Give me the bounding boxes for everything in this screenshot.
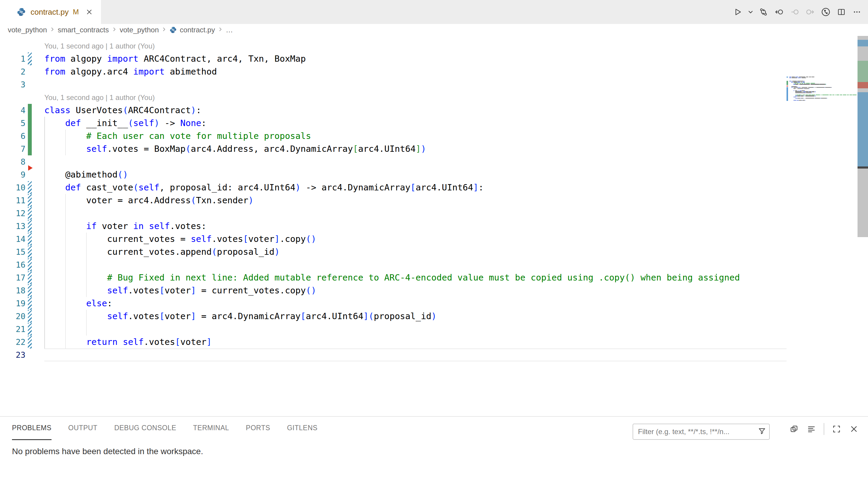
tab-gitlens[interactable]: GITLENS [287,417,317,440]
code-line[interactable]: @abimethod() [44,168,128,181]
code-line[interactable]: def __init__(self) -> None: [44,117,206,130]
line-number[interactable]: 19 [0,297,26,310]
line-number[interactable]: 1 [0,53,26,65]
code-row[interactable]: 12 [0,207,786,220]
minimap[interactable] [786,75,858,201]
code-row[interactable]: 1from algopy import ARC4Contract, arc4, … [0,53,786,65]
code-token: ) [191,105,196,115]
code-row[interactable]: 23 [0,349,786,361]
indent-guide [86,323,87,336]
split-editor-icon[interactable] [834,5,848,19]
code-row[interactable]: 13 if voter in self.votes: [0,220,786,233]
code-row[interactable]: 9 @abimethod() [0,168,786,181]
code-line[interactable]: # Each user can vote for multiple propos… [44,130,311,142]
more-actions-icon[interactable] [850,5,864,19]
next-change-icon[interactable] [803,5,817,19]
code-row[interactable]: 18 self.votes[voter] = current_votes.cop… [0,284,786,297]
line-number[interactable]: 18 [0,284,26,297]
line-number[interactable]: 21 [0,323,26,336]
line-number[interactable]: 14 [0,233,26,246]
breadcrumb-item-folder[interactable]: vote_python [8,26,47,34]
line-number[interactable]: 3 [0,78,26,91]
blame-annotation: You, 1 second ago | 1 author (You) [44,91,155,104]
breadcrumb-item-folder[interactable]: vote_python [120,26,159,34]
maximize-panel-icon[interactable] [830,422,843,436]
problems-filter-input[interactable] [638,427,758,436]
code-line[interactable]: else: [44,297,112,310]
code-row[interactable]: 20 self.votes[voter] = arc4.DynamicArray… [0,310,786,323]
line-number[interactable]: 5 [0,117,26,130]
filter-funnel-icon[interactable] [758,427,766,437]
code-row[interactable]: 8 [0,155,786,168]
previous-change-disabled-icon[interactable] [788,5,802,19]
indent-guide [65,233,66,246]
code-line[interactable]: from algopy.arc4 import abimethod [44,65,217,78]
line-number[interactable]: 23 [0,349,26,361]
line-number[interactable]: 8 [0,155,26,168]
code-row[interactable]: 5 def __init__(self) -> None: [0,117,786,130]
previous-change-icon[interactable] [772,5,786,19]
code-line[interactable]: def cast_vote(self, proposal_id: arc4.UI… [44,181,484,194]
line-number[interactable]: 12 [0,207,26,220]
code-line[interactable]: class UserVotes(ARC4Contract): [44,104,201,117]
code-row[interactable]: 2from algopy.arc4 import abimethod [0,65,786,78]
code-line[interactable]: from algopy import ARC4Contract, arc4, T… [44,53,306,65]
code-row[interactable]: 17 # Bug Fixed in next line: Added mutab… [0,271,786,284]
line-number[interactable]: 15 [0,246,26,258]
tab-ports[interactable]: PORTS [246,417,270,440]
tab-debug-console[interactable]: DEBUG CONSOLE [114,417,176,440]
close-panel-icon[interactable] [847,422,861,436]
tab-contract-py[interactable]: contract.py M [0,0,101,24]
code-row[interactable]: 19 else: [0,297,786,310]
tab-output[interactable]: OUTPUT [68,417,98,440]
code-row[interactable]: 14 current_votes = self.votes[voter].cop… [0,233,786,246]
git-compare-changes-icon[interactable] [756,5,770,19]
line-number[interactable]: 11 [0,194,26,207]
line-number[interactable]: 9 [0,168,26,181]
code-editor[interactable]: You, 1 second ago | 1 author (You)1from … [0,36,868,416]
code-line[interactable]: return self.votes[voter] [44,336,212,349]
code-row[interactable]: 15 current_votes.append(proposal_id) [0,246,786,258]
line-number[interactable]: 17 [0,271,26,284]
line-number[interactable]: 4 [0,104,26,117]
code-row[interactable]: 4class UserVotes(ARC4Contract): [0,104,786,117]
code-line[interactable]: self.votes = BoxMap(arc4.Address, arc4.D… [44,142,426,155]
run-options-chevron-down-icon[interactable] [746,5,755,19]
commit-graph-icon[interactable] [819,5,833,19]
code-token: None [180,118,201,128]
line-number[interactable]: 13 [0,220,26,233]
run-python-file-icon[interactable] [731,5,745,19]
line-number[interactable]: 10 [0,181,26,194]
code-row[interactable]: 22 return self.votes[voter] [0,336,786,349]
code-row[interactable]: 6 # Each user can vote for multiple prop… [0,130,786,142]
code-line[interactable]: if voter in self.votes: [44,220,206,233]
breadcrumb-item-file[interactable]: contract.py [180,26,215,34]
vertical-scrollbar[interactable] [858,36,868,416]
code-row[interactable]: 11 voter = arc4.Address(Txn.sender) [0,194,786,207]
line-number[interactable]: 6 [0,130,26,142]
code-line[interactable]: self.votes[voter] = arc4.DynamicArray[ar… [44,310,437,323]
close-tab-icon[interactable] [84,7,94,17]
code-line[interactable]: voter = arc4.Address(Txn.sender) [44,194,253,207]
line-number[interactable]: 20 [0,310,26,323]
line-number[interactable]: 16 [0,258,26,271]
code-line[interactable]: # Bug Fixed in next line: Added mutable … [44,271,740,284]
code-line[interactable]: current_votes = self.votes[voter].copy() [44,233,316,246]
code-line[interactable]: current_votes.append(proposal_id) [44,246,280,258]
collapse-all-icon[interactable] [787,422,801,436]
breadcrumb-item-folder[interactable]: smart_contracts [58,26,109,34]
view-as-list-icon[interactable] [805,422,818,436]
code-row[interactable]: 21 [0,323,786,336]
tab-problems[interactable]: PROBLEMS [12,417,52,440]
code-token: ] [206,337,212,347]
code-line[interactable]: self.votes[voter] = current_votes.copy() [44,284,316,297]
line-number[interactable]: 22 [0,336,26,349]
line-number[interactable]: 2 [0,65,26,78]
code-row[interactable]: 16 [0,258,786,271]
tab-terminal[interactable]: TERMINAL [193,417,229,440]
code-row[interactable]: 7 self.votes = BoxMap(arc4.Address, arc4… [0,142,786,155]
line-number[interactable]: 7 [0,142,26,155]
breadcrumb-item-symbol[interactable]: … [226,26,233,34]
code-row[interactable]: 10 def cast_vote(self, proposal_id: arc4… [0,181,786,194]
code-row[interactable]: 3 [0,78,786,91]
